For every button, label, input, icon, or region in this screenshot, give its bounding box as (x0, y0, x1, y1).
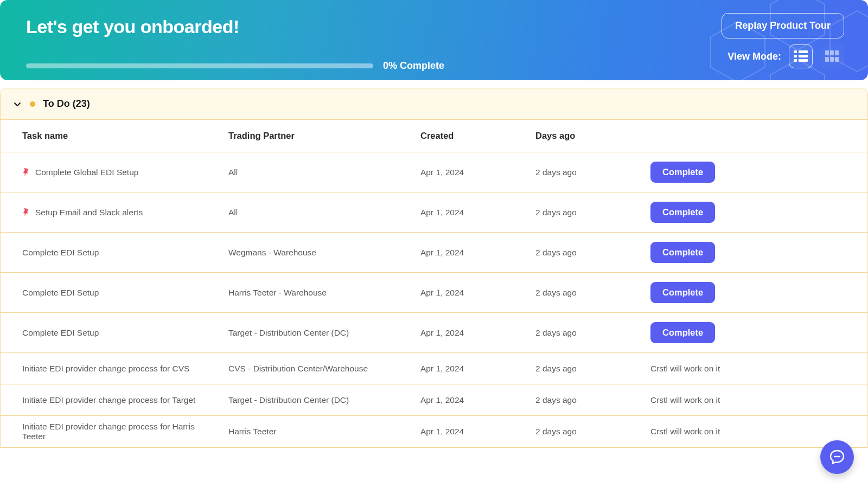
view-mode-label: View Mode: (727, 51, 781, 62)
task-name-cell: Initiate EDI provider change process for… (22, 364, 228, 374)
complete-button[interactable]: Complete (650, 282, 715, 303)
action-note: Crstl will work on it (650, 427, 720, 436)
chat-fab-button[interactable] (820, 440, 854, 474)
action-cell: Crstl will work on it (650, 395, 802, 405)
task-table: Task name Trading Partner Created Days a… (1, 120, 867, 447)
progress-row: 0% Complete (26, 60, 844, 72)
complete-button[interactable]: Complete (650, 202, 715, 223)
task-name[interactable]: Initiate EDI provider change process for… (22, 422, 218, 441)
action-cell: Complete (650, 242, 802, 263)
table-row: Initiate EDI provider change process for… (1, 416, 867, 447)
svg-rect-6 (794, 55, 797, 57)
status-dot-icon (30, 101, 35, 107)
task-name[interactable]: Setup Email and Slack alerts (35, 208, 143, 217)
col-partner: Trading Partner (228, 131, 420, 141)
table-row: Complete EDI SetupTarget - Distribution … (1, 313, 867, 353)
days-ago-cell: 2 days ago (535, 395, 650, 405)
created-cell: Apr 1, 2024 (420, 248, 535, 258)
complete-button[interactable]: Complete (650, 322, 715, 343)
chevron-down-icon[interactable] (12, 99, 22, 109)
task-name-cell: Complete EDI Setup (22, 328, 228, 338)
task-name-cell: Complete Global EDI Setup (22, 168, 228, 177)
task-name[interactable]: Complete Global EDI Setup (35, 168, 138, 177)
task-name[interactable]: Complete EDI Setup (22, 328, 99, 338)
task-name[interactable]: Complete EDI Setup (22, 248, 99, 258)
action-cell: Complete (650, 162, 802, 183)
partner-cell: All (228, 168, 420, 177)
table-row: Initiate EDI provider change process for… (1, 384, 867, 416)
view-grid-button[interactable] (820, 44, 844, 68)
task-name[interactable]: Initiate EDI provider change process for… (22, 364, 189, 374)
progress-label: 0% Complete (383, 60, 444, 72)
partner-cell: Target - Distribution Center (DC) (228, 395, 420, 405)
table-row: Complete EDI SetupHarris Teeter - Wareho… (1, 273, 867, 313)
complete-button[interactable]: Complete (650, 162, 715, 183)
days-ago-cell: 2 days ago (535, 208, 650, 217)
view-mode-row: View Mode: (727, 44, 844, 68)
replay-product-tour-button[interactable]: Replay Product Tour (722, 13, 844, 38)
section-header[interactable]: To Do (23) (1, 88, 867, 120)
partner-cell: Target - Distribution Center (DC) (228, 328, 420, 338)
pin-icon (21, 207, 32, 219)
task-name-cell: Complete EDI Setup (22, 248, 228, 258)
todo-section: To Do (23) Task name Trading Partner Cre… (0, 88, 868, 448)
svg-rect-5 (799, 50, 808, 53)
complete-button[interactable]: Complete (650, 242, 715, 263)
grid-icon (825, 50, 839, 62)
days-ago-cell: 2 days ago (535, 248, 650, 258)
created-cell: Apr 1, 2024 (420, 427, 535, 436)
days-ago-cell: 2 days ago (535, 168, 650, 177)
list-icon (794, 50, 808, 62)
col-task-name: Task name (22, 131, 228, 141)
table-row: Setup Email and Slack alertsAllApr 1, 20… (1, 192, 867, 233)
task-name-cell: Initiate EDI provider change process for… (22, 422, 228, 441)
task-name-cell: Setup Email and Slack alerts (22, 208, 228, 217)
action-note: Crstl will work on it (650, 395, 720, 405)
view-list-button[interactable] (789, 44, 813, 68)
created-cell: Apr 1, 2024 (420, 168, 535, 177)
created-cell: Apr 1, 2024 (420, 208, 535, 217)
created-cell: Apr 1, 2024 (420, 364, 535, 374)
svg-rect-4 (794, 50, 797, 53)
table-row: Complete EDI SetupWegmans - WarehouseApr… (1, 233, 867, 273)
svg-rect-15 (835, 57, 839, 62)
task-name[interactable]: Complete EDI Setup (22, 288, 99, 298)
col-created: Created (420, 131, 535, 141)
partner-cell: Wegmans - Warehouse (228, 248, 420, 258)
table-row: Initiate EDI provider change process for… (1, 353, 867, 384)
partner-cell: CVS - Distribution Center/Warehouse (228, 364, 420, 374)
onboarding-hero: Let's get you onboarded! 0% Complete Rep… (0, 0, 868, 80)
table-header-row: Task name Trading Partner Created Days a… (1, 120, 867, 152)
task-name-cell: Initiate EDI provider change process for… (22, 395, 228, 405)
progress-bar (26, 63, 373, 68)
task-name-cell: Complete EDI Setup (22, 288, 228, 298)
svg-rect-7 (799, 55, 808, 57)
pin-icon (21, 166, 32, 178)
table-row: Complete Global EDI SetupAllApr 1, 20242… (1, 152, 867, 192)
days-ago-cell: 2 days ago (535, 427, 650, 436)
svg-rect-10 (825, 50, 829, 55)
chat-icon (828, 448, 846, 466)
action-cell: Complete (650, 322, 802, 343)
action-cell: Crstl will work on it (650, 427, 802, 436)
action-cell: Complete (650, 202, 802, 223)
partner-cell: Harris Teeter (228, 427, 420, 436)
svg-rect-12 (835, 50, 839, 55)
svg-rect-11 (830, 50, 834, 55)
partner-cell: Harris Teeter - Warehouse (228, 288, 420, 298)
svg-rect-8 (794, 59, 797, 62)
col-days-ago: Days ago (535, 131, 650, 141)
action-cell: Complete (650, 282, 802, 303)
created-cell: Apr 1, 2024 (420, 395, 535, 405)
svg-rect-9 (799, 59, 808, 62)
days-ago-cell: 2 days ago (535, 288, 650, 298)
days-ago-cell: 2 days ago (535, 364, 650, 374)
days-ago-cell: 2 days ago (535, 328, 650, 338)
action-note: Crstl will work on it (650, 364, 720, 374)
action-cell: Crstl will work on it (650, 364, 802, 374)
created-cell: Apr 1, 2024 (420, 288, 535, 298)
partner-cell: All (228, 208, 420, 217)
task-name[interactable]: Initiate EDI provider change process for… (22, 395, 195, 405)
section-title: To Do (23) (43, 98, 90, 110)
svg-rect-13 (825, 57, 829, 62)
